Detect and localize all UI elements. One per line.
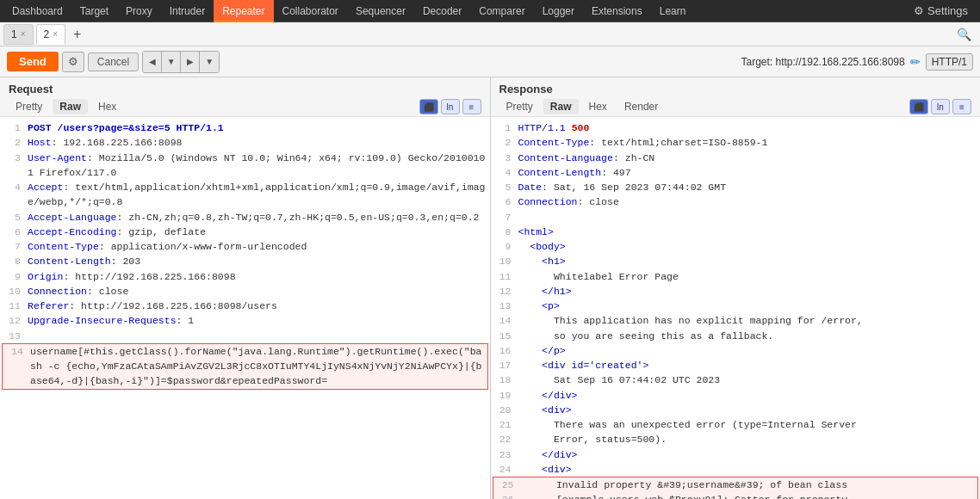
request-panel-tabs: Pretty Raw Hex ⬛ ln ≡ <box>9 99 481 114</box>
request-line-7: 7Content-Type: application/x-www-form-ur… <box>0 239 490 254</box>
request-action-menu[interactable]: ≡ <box>462 99 481 114</box>
response-line-11: 11 Whitelabel Error Page <box>491 269 981 284</box>
request-line-9: 9Origin: http://192.168.225.166:8098 <box>0 269 490 284</box>
tab-2-close[interactable]: × <box>53 29 58 39</box>
response-line-19: 19 </div> <box>491 388 981 403</box>
tab-add-button[interactable]: + <box>68 28 86 41</box>
request-line-3: 3User-Agent: Mozilla/5.0 (Windows NT 10.… <box>0 151 490 181</box>
nav-extensions[interactable]: Extensions <box>583 0 651 22</box>
response-line-3: 3Content-Language: zh-CN <box>491 151 981 165</box>
nav-comparer[interactable]: Comparer <box>470 0 533 22</box>
main-panels: Request Pretty Raw Hex ⬛ ln ≡ 1POST /use… <box>0 77 980 499</box>
response-panel-tabs: Pretty Raw Hex Render ⬛ ln ≡ <box>499 99 972 114</box>
nav-sequencer[interactable]: Sequencer <box>347 0 414 22</box>
response-line-8: 8<html> <box>491 225 981 239</box>
nav-dashboard[interactable]: Dashboard <box>3 0 71 22</box>
nav-learn[interactable]: Learn <box>651 0 695 22</box>
response-panel-actions: ⬛ ln ≡ <box>909 99 971 114</box>
request-action-ln[interactable]: ln <box>441 99 460 114</box>
request-panel-title: Request <box>9 83 481 95</box>
response-line-24: 24 <div> <box>491 462 981 477</box>
response-line-13: 13 <p> <box>491 299 981 313</box>
target-info: Target: http://192.168.225.166:8098 ✏ HT… <box>741 53 974 71</box>
nav-decoder[interactable]: Decoder <box>414 0 470 22</box>
request-action-wrap[interactable]: ⬛ <box>419 99 438 114</box>
settings-button[interactable]: ⚙ Settings <box>905 4 977 17</box>
nav-proxy[interactable]: Proxy <box>117 0 161 22</box>
response-line-10: 10 <h1> <box>491 254 981 268</box>
tab-search-icon[interactable]: 🔍 <box>952 28 977 41</box>
top-nav: Dashboard Target Proxy Intruder Repeater… <box>0 0 980 22</box>
response-line-9: 9 <body> <box>491 239 981 254</box>
response-line-23: 23 </div> <box>491 447 981 462</box>
request-line-2: 2Host: 192.168.225.166:8098 <box>0 135 490 150</box>
tab-1-close[interactable]: × <box>21 29 26 39</box>
request-line-6: 6Accept-Encoding: gzip, deflate <box>0 225 490 239</box>
response-line-1: 1HTTP/1.1 500 <box>491 120 981 135</box>
request-panel: Request Pretty Raw Hex ⬛ ln ≡ 1POST /use… <box>0 77 491 499</box>
request-line-14: 14username[#this.getClass().forName("jav… <box>2 343 488 390</box>
nav-back-down-button[interactable]: ▼ <box>162 52 181 72</box>
response-line-4: 4Content-Length: 497 <box>491 165 981 180</box>
response-action-wrap[interactable]: ⬛ <box>909 99 928 114</box>
response-panel-header: Response Pretty Raw Hex Render ⬛ ln ≡ <box>491 77 981 117</box>
tab-2[interactable]: 2 × <box>36 24 66 45</box>
request-tab-raw[interactable]: Raw <box>53 99 88 114</box>
request-panel-header: Request Pretty Raw Hex ⬛ ln ≡ <box>0 77 490 117</box>
response-code-area[interactable]: 1HTTP/1.1 5002Content-Type: text/html;ch… <box>491 117 981 499</box>
target-edit-icon[interactable]: ✏ <box>910 55 921 69</box>
nav-target[interactable]: Target <box>71 0 117 22</box>
toolbar: Send ⚙ Cancel ◀ ▼ ▶ ▼ Target: http://192… <box>0 46 980 77</box>
response-panel-title: Response <box>499 83 972 95</box>
request-code-area[interactable]: 1POST /users?page=&size=5 HTTP/1.12Host:… <box>0 117 490 499</box>
response-panel: Response Pretty Raw Hex Render ⬛ ln ≡ 1H… <box>491 77 981 499</box>
request-panel-actions: ⬛ ln ≡ <box>419 99 481 114</box>
request-line-8: 8Content-Length: 203 <box>0 254 490 268</box>
nav-collaborator[interactable]: Collaborator <box>274 0 347 22</box>
request-line-5: 5Accept-Language: zh-CN,zh;q=0.8,zh-TW;q… <box>0 210 490 225</box>
response-tab-hex[interactable]: Hex <box>582 99 614 114</box>
request-line-12: 12Upgrade-Insecure-Requests: 1 <box>0 313 490 328</box>
response-line-22: 22 Error, status=500). <box>491 432 981 447</box>
response-line-20: 20 <div> <box>491 403 981 417</box>
navigation-arrows: ◀ ▼ ▶ ▼ <box>142 51 220 73</box>
response-tab-render[interactable]: Render <box>617 99 665 114</box>
send-button[interactable]: Send <box>7 52 59 71</box>
response-line-12: 12 </h1> <box>491 284 981 299</box>
response-line-15: 15 so you are seeing this as a fallback. <box>491 329 981 343</box>
response-line-6: 6Connection: close <box>491 194 981 209</box>
nav-forward-button[interactable]: ▶ <box>181 52 200 72</box>
nav-logger[interactable]: Logger <box>534 0 583 22</box>
response-action-menu[interactable]: ≡ <box>952 99 971 114</box>
target-url: Target: http://192.168.225.166:8098 <box>741 56 905 68</box>
cancel-button[interactable]: Cancel <box>88 52 139 71</box>
tab-bar: 1 × 2 × + 🔍 <box>0 22 980 46</box>
response-line-18: 18 Sat Sep 16 07:44:02 UTC 2023 <box>491 373 981 387</box>
response-line-26: 26 [example.users.web.$Proxy91]: Getter … <box>493 492 979 499</box>
response-line-2: 2Content-Type: text/html;charset=ISO-885… <box>491 135 981 150</box>
response-line-17: 17 <div id='created'> <box>491 358 981 373</box>
request-tab-pretty[interactable]: Pretty <box>9 99 49 114</box>
request-line-13: 13 <box>0 329 490 343</box>
request-line-4: 4Accept: text/html,application/xhtml+xml… <box>0 180 490 210</box>
tab-1[interactable]: 1 × <box>3 24 34 45</box>
response-tab-raw[interactable]: Raw <box>543 99 579 114</box>
request-line-10: 10Connection: close <box>0 284 490 299</box>
settings-gear-button[interactable]: ⚙ <box>62 52 84 72</box>
nav-forward-down-button[interactable]: ▼ <box>200 52 219 72</box>
request-line-11: 11Referer: http://192.168.225.166:8098/u… <box>0 299 490 313</box>
response-action-ln[interactable]: ln <box>931 99 950 114</box>
http-version-selector[interactable]: HTTP/1 <box>926 53 973 71</box>
response-line-5: 5Date: Sat, 16 Sep 2023 07:44:02 GMT <box>491 180 981 194</box>
request-line-1: 1POST /users?page=&size=5 HTTP/1.1 <box>0 120 490 135</box>
response-line-25: 25 Invalid property &#39;username&#39; o… <box>493 477 979 492</box>
response-line-14: 14 This application has no explicit mapp… <box>491 313 981 328</box>
tab-2-label: 2 <box>44 28 50 40</box>
nav-repeater[interactable]: Repeater <box>214 0 273 22</box>
request-tab-hex[interactable]: Hex <box>91 99 123 114</box>
response-tab-pretty[interactable]: Pretty <box>499 99 540 114</box>
nav-intruder[interactable]: Intruder <box>161 0 214 22</box>
response-line-16: 16 </p> <box>491 343 981 358</box>
nav-back-button[interactable]: ◀ <box>143 52 162 72</box>
response-line-21: 21 There was an unexpected error (type=I… <box>491 417 981 432</box>
